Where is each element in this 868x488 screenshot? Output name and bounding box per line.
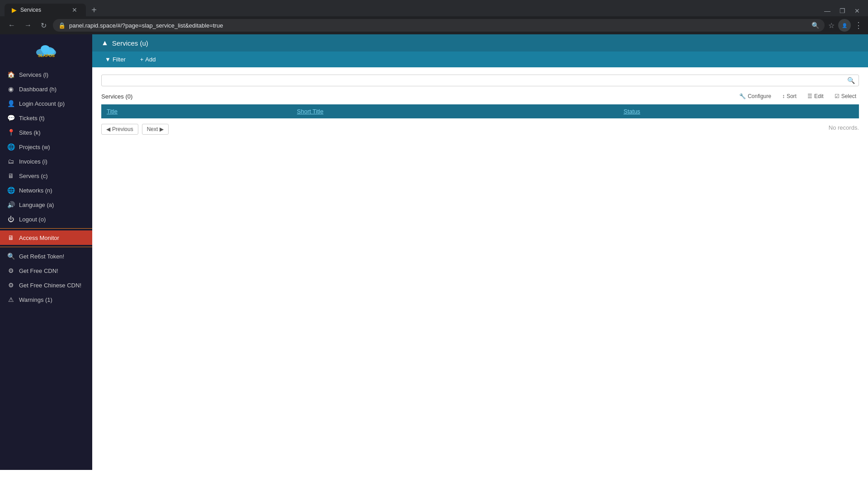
browser-window: ▶ Services ✕ + — ❐ ✕ ← → ↻ 🔒 panel.rapid… bbox=[0, 0, 868, 34]
sidebar-item-services[interactable]: 🏠 Services (l) bbox=[0, 67, 92, 82]
main-content: ▲ Services (u) ▼ Filter + Add 🔍 bbox=[92, 34, 868, 470]
sidebar-item-projects-label: Projects (w) bbox=[19, 144, 50, 150]
forward-button[interactable]: → bbox=[22, 19, 34, 31]
get-free-cdn-icon: ⚙ bbox=[7, 267, 14, 274]
logout-icon: ⏻ bbox=[7, 216, 14, 223]
sidebar-item-access-monitor-label: Access Monitor bbox=[19, 235, 59, 241]
get-free-chinese-cdn-icon: ⚙ bbox=[7, 282, 14, 289]
access-monitor-icon: 🖥 bbox=[7, 234, 14, 241]
sidebar: SLAPOS 🏠 Services (l) ◉ Dashboard (h) 👤 … bbox=[0, 34, 92, 470]
sidebar-nav: 🏠 Services (l) ◉ Dashboard (h) 👤 Login A… bbox=[0, 67, 92, 470]
sidebar-item-login-account-label: Login Account (p) bbox=[19, 100, 65, 107]
back-button[interactable]: ← bbox=[5, 19, 18, 31]
add-label: Add bbox=[145, 56, 156, 63]
logo-icon: SLAPOS bbox=[33, 40, 60, 62]
sidebar-item-invoices[interactable]: 🗂 Invoices (i) bbox=[0, 154, 92, 169]
sidebar-item-get-free-cdn[interactable]: ⚙ Get Free CDN! bbox=[0, 263, 92, 278]
sidebar-item-get-re6st[interactable]: 🔍 Get Re6st Token! bbox=[0, 249, 92, 263]
edit-label: Edit bbox=[814, 93, 824, 99]
table-head: Title Short Title Status bbox=[101, 104, 859, 118]
login-account-icon: 👤 bbox=[7, 100, 14, 107]
search-button[interactable]: 🔍 bbox=[847, 77, 855, 84]
sidebar-item-get-free-cdn-label: Get Free CDN! bbox=[19, 267, 58, 274]
edit-button[interactable]: ☰ Edit bbox=[805, 92, 826, 101]
filter-label: Filter bbox=[113, 56, 126, 63]
no-records-text: No records. bbox=[829, 121, 859, 135]
search-wrapper: 🔍 bbox=[101, 75, 859, 86]
pagination: ◀ Previous Next ▶ bbox=[101, 124, 169, 135]
projects-icon: 🌐 bbox=[7, 143, 14, 150]
configure-button[interactable]: 🔧 Configure bbox=[736, 92, 774, 101]
url-text: panel.rapid.space/#/?page=slap_service_l… bbox=[69, 22, 223, 29]
close-button[interactable]: ✕ bbox=[851, 5, 863, 16]
address-search-icon: 🔍 bbox=[811, 22, 819, 29]
sidebar-item-projects[interactable]: 🌐 Projects (w) bbox=[0, 140, 92, 154]
edit-icon: ☰ bbox=[807, 93, 812, 99]
col-header-short-title: Short Title bbox=[292, 104, 618, 118]
sidebar-item-tickets[interactable]: 💬 Tickets (t) bbox=[0, 111, 92, 125]
page-header-icon: ▲ bbox=[101, 39, 108, 47]
lock-icon: 🔒 bbox=[58, 22, 66, 29]
address-bar[interactable]: 🔒 panel.rapid.space/#/?page=slap_service… bbox=[53, 19, 825, 32]
content-area: 🔍 Services (0) 🔧 Configure ↕ Sort ☰ bbox=[92, 67, 868, 470]
minimize-button[interactable]: — bbox=[821, 5, 834, 16]
toolbar: ▼ Filter + Add bbox=[92, 52, 868, 67]
tab-bar: ▶ Services ✕ + — ❐ ✕ bbox=[0, 0, 868, 16]
sidebar-item-access-monitor[interactable]: 🖥 Access Monitor bbox=[0, 230, 92, 245]
profile-label: 👤 bbox=[842, 23, 847, 28]
table-header-row-el: Title Short Title Status bbox=[101, 104, 859, 118]
invoices-icon: 🗂 bbox=[7, 158, 14, 165]
restore-button[interactable]: ❐ bbox=[836, 5, 849, 16]
previous-page-button[interactable]: ◀ Previous bbox=[101, 124, 138, 135]
sort-label: Sort bbox=[787, 93, 797, 99]
reload-button[interactable]: ↻ bbox=[38, 19, 49, 32]
sidebar-item-warnings[interactable]: ⚠ Warnings (1) bbox=[0, 292, 92, 307]
servers-icon: 🖥 bbox=[7, 172, 14, 179]
prev-icon: ◀ bbox=[106, 126, 110, 132]
sidebar-item-sites-label: Sites (k) bbox=[19, 129, 41, 136]
sidebar-item-language-label: Language (a) bbox=[19, 202, 54, 208]
sidebar-item-dashboard[interactable]: ◉ Dashboard (h) bbox=[0, 82, 92, 96]
search-input[interactable] bbox=[105, 77, 847, 84]
col-status-sort-link[interactable]: Status bbox=[623, 108, 640, 115]
dashboard-icon: ◉ bbox=[7, 85, 14, 93]
col-header-status: Status bbox=[618, 104, 859, 118]
tab-favicon: ▶ bbox=[12, 6, 17, 14]
networks-icon: 🌐 bbox=[7, 187, 14, 194]
new-tab-button[interactable]: + bbox=[88, 4, 100, 16]
sidebar-item-invoices-label: Invoices (i) bbox=[19, 158, 47, 165]
table-title: Services (0) bbox=[101, 93, 132, 100]
language-icon: 🔊 bbox=[7, 201, 14, 208]
filter-icon: ▼ bbox=[105, 56, 111, 63]
bookmark-icon[interactable]: ☆ bbox=[828, 21, 835, 30]
sidebar-item-servers[interactable]: 🖥 Servers (c) bbox=[0, 169, 92, 183]
app-container: SLAPOS 🏠 Services (l) ◉ Dashboard (h) 👤 … bbox=[0, 34, 868, 470]
table-actions: 🔧 Configure ↕ Sort ☰ Edit ☑ Select bbox=[736, 92, 859, 101]
sidebar-item-logout[interactable]: ⏻ Logout (o) bbox=[0, 212, 92, 226]
sidebar-item-get-free-chinese-cdn[interactable]: ⚙ Get Free Chinese CDN! bbox=[0, 278, 92, 292]
col-title-sort-link[interactable]: Title bbox=[107, 108, 118, 115]
data-table: Title Short Title Status bbox=[101, 104, 859, 118]
next-page-button[interactable]: Next ▶ bbox=[142, 124, 169, 135]
sidebar-item-logout-label: Logout (o) bbox=[19, 216, 46, 223]
active-tab[interactable]: ▶ Services ✕ bbox=[5, 4, 86, 16]
col-short-title-sort-link[interactable]: Short Title bbox=[297, 108, 324, 115]
tab-close-button[interactable]: ✕ bbox=[71, 6, 79, 14]
services-icon: 🏠 bbox=[7, 71, 14, 78]
add-button[interactable]: + Add bbox=[137, 54, 160, 65]
table-footer: ◀ Previous Next ▶ No records. bbox=[101, 120, 859, 135]
sidebar-item-networks[interactable]: 🌐 Networks (n) bbox=[0, 183, 92, 197]
col-header-title: Title bbox=[101, 104, 292, 118]
select-icon: ☑ bbox=[835, 93, 840, 99]
sidebar-item-tickets-label: Tickets (t) bbox=[19, 115, 45, 122]
profile-button[interactable]: 👤 bbox=[838, 19, 851, 32]
sidebar-item-login-account[interactable]: 👤 Login Account (p) bbox=[0, 96, 92, 111]
filter-button[interactable]: ▼ Filter bbox=[101, 54, 129, 65]
warnings-icon: ⚠ bbox=[7, 296, 14, 303]
select-button[interactable]: ☑ Select bbox=[832, 92, 859, 101]
sort-button[interactable]: ↕ Sort bbox=[779, 92, 799, 101]
svg-text:SLAPOS: SLAPOS bbox=[38, 53, 55, 58]
sidebar-item-language[interactable]: 🔊 Language (a) bbox=[0, 197, 92, 212]
sidebar-item-sites[interactable]: 📍 Sites (k) bbox=[0, 125, 92, 140]
more-options-button[interactable]: ⋮ bbox=[854, 20, 863, 30]
